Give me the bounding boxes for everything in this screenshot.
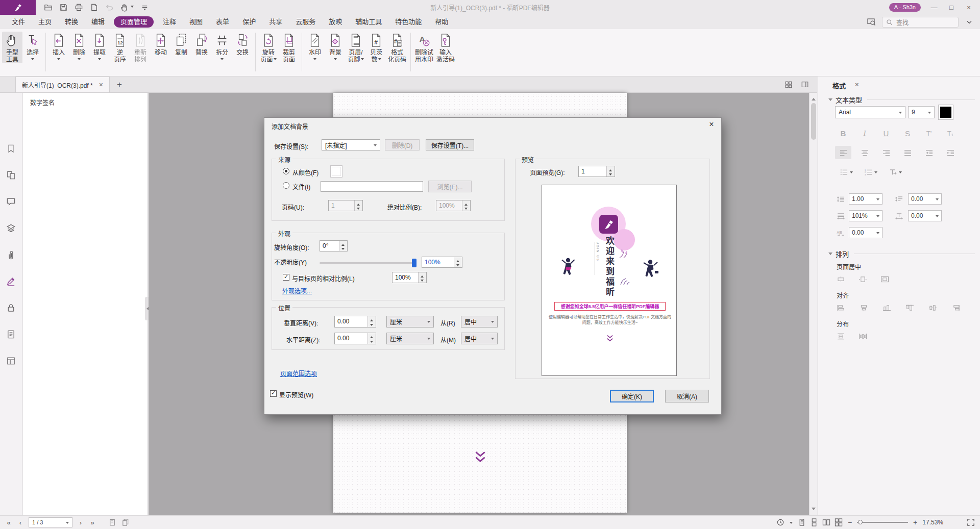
menu-tab[interactable]: 放映 <box>322 15 349 29</box>
menu-tab[interactable]: 文件 <box>5 15 32 29</box>
font-family-select[interactable]: Arial <box>835 106 905 118</box>
distribute-button[interactable] <box>854 330 871 343</box>
ribbon-tool[interactable]: 移动 <box>151 32 171 56</box>
last-page-button[interactable]: » <box>89 519 96 526</box>
paragraph-align-button[interactable] <box>942 146 959 159</box>
ribbon-tool[interactable]: 删除 <box>69 32 89 63</box>
save-settings-button[interactable]: 保存设置(T)... <box>426 139 474 150</box>
object-align-button[interactable] <box>924 301 941 314</box>
scroll-up-icon[interactable] <box>812 96 816 100</box>
zoom-level[interactable]: 17.53% <box>922 519 943 526</box>
close-button[interactable]: × <box>965 0 973 15</box>
fit-screen-icon[interactable] <box>967 518 975 526</box>
foxit-logo[interactable] <box>0 0 36 15</box>
sidebar-item[interactable] <box>6 250 16 260</box>
object-align-button[interactable] <box>855 301 872 314</box>
menu-tab[interactable]: 主页 <box>32 15 58 29</box>
format-panel-tab[interactable]: 格式 <box>832 81 846 90</box>
ribbon-tool[interactable]: 复制 <box>171 32 191 56</box>
ribbon-tool[interactable]: 重新排列 <box>130 32 151 63</box>
opacity-spinner[interactable]: 100% <box>422 257 462 268</box>
quick-access-button[interactable] <box>90 3 99 12</box>
sidebar-item[interactable] <box>6 223 16 233</box>
background-color-well[interactable] <box>330 165 342 178</box>
quick-access-button[interactable] <box>105 3 114 12</box>
ribbon-tool[interactable]: 拆分 <box>212 32 232 63</box>
ribbon-tool[interactable]: 裁剪页面 <box>279 32 299 63</box>
menu-tab[interactable]: 注释 <box>156 15 183 29</box>
line-spacing-field[interactable]: 1.00 <box>849 193 883 205</box>
sidebar-item[interactable] <box>6 197 16 207</box>
panel-close-icon[interactable]: × <box>855 81 859 88</box>
paragraph-align-button[interactable] <box>899 146 916 159</box>
sidebar-item[interactable] <box>6 356 16 366</box>
first-page-button[interactable]: « <box>5 519 12 526</box>
single-page-icon[interactable] <box>798 518 806 526</box>
page-range-options-link[interactable]: 页面范围选项 <box>280 369 317 377</box>
clock-icon[interactable] <box>776 518 785 526</box>
absolute-scale-spinner[interactable]: 100% <box>436 200 471 211</box>
show-preview-checkbox[interactable] <box>270 390 277 397</box>
tab-close-icon[interactable]: × <box>99 81 103 89</box>
continuous-facing-icon[interactable] <box>835 518 843 526</box>
zoom-slider[interactable] <box>857 522 908 523</box>
relative-scale-spinner[interactable]: 100% <box>392 272 427 283</box>
char-space-field[interactable]: 0.00 <box>908 210 942 221</box>
ribbon-tool[interactable]: 页眉/页脚 <box>346 32 366 63</box>
from-color-radio[interactable] <box>283 168 289 174</box>
quick-access-button[interactable] <box>120 3 134 12</box>
font-size-select[interactable]: 9 <box>908 106 935 118</box>
opacity-slider-handle[interactable] <box>412 259 416 267</box>
sidebar-item[interactable] <box>6 170 16 180</box>
menu-tab[interactable]: 转换 <box>58 15 85 29</box>
h-scale-field[interactable]: 101% <box>849 210 883 221</box>
ribbon-tool[interactable]: 旋转页面 <box>258 32 279 63</box>
minimize-button[interactable]: — <box>930 0 938 15</box>
ribbon-tool[interactable]: 交换 <box>232 32 253 56</box>
panel-toggle-icon[interactable] <box>801 81 809 89</box>
page-number-input[interactable]: 1 / 3 <box>29 517 72 527</box>
vertical-distance-spinner[interactable]: 0.00 <box>334 316 376 328</box>
new-tab-button[interactable]: + <box>110 80 129 90</box>
sidebar-item[interactable] <box>6 303 16 313</box>
text-type-section-header[interactable]: 文本类型 <box>828 95 975 105</box>
paragraph-align-button[interactable] <box>921 146 937 159</box>
relative-scale-checkbox[interactable] <box>283 274 289 281</box>
list-button[interactable] <box>835 165 857 179</box>
menu-tab[interactable]: 共享 <box>262 15 289 29</box>
paragraph-align-button[interactable] <box>856 146 873 159</box>
paragraph-align-button[interactable] <box>835 146 851 159</box>
zoom-slider-handle[interactable] <box>858 520 863 524</box>
search-input[interactable]: 查找 <box>882 17 959 28</box>
center-button[interactable] <box>832 272 849 286</box>
previous-page-button[interactable]: ‹ <box>17 519 24 526</box>
vertical-unit-select[interactable]: 厘米 <box>386 316 434 328</box>
vertical-anchor-select[interactable]: 居中 <box>461 316 498 328</box>
ribbon-tool[interactable]: #格式化页码 <box>386 32 408 63</box>
ribbon-tool[interactable]: 输入激活码 <box>435 32 456 63</box>
continuous-page-icon[interactable] <box>810 518 818 526</box>
sidebar-item[interactable] <box>6 276 16 286</box>
center-button[interactable] <box>854 272 871 286</box>
font-color-swatch[interactable] <box>938 105 953 120</box>
ribbon-tool[interactable]: 插入 <box>48 32 69 63</box>
object-align-button[interactable] <box>832 301 849 314</box>
multi-tab-icon[interactable] <box>785 81 793 89</box>
user-account-badge[interactable]: A - Sh3n <box>889 3 921 12</box>
quick-access-button[interactable] <box>44 3 53 12</box>
facing-page-icon[interactable] <box>822 518 830 526</box>
horizontal-unit-select[interactable]: 厘米 <box>386 333 434 344</box>
menu-tab[interactable]: 页面管理 <box>114 16 154 28</box>
ribbon-tool[interactable]: 水印 <box>305 32 325 63</box>
vertical-scrollbar[interactable] <box>809 93 817 515</box>
sidebar-item[interactable] <box>6 330 16 339</box>
kerning-field[interactable]: 0.00 <box>849 227 883 238</box>
paragraph-align-button[interactable] <box>878 146 894 159</box>
ribbon-tool[interactable]: #贝茨数 <box>366 32 386 63</box>
object-align-button[interactable] <box>901 301 918 314</box>
menu-tab[interactable]: 编辑 <box>85 15 111 29</box>
center-button[interactable] <box>876 272 893 286</box>
text-style-button[interactable]: U <box>878 127 894 140</box>
menu-tab[interactable]: 视图 <box>183 15 209 29</box>
menu-tab[interactable]: 辅助工具 <box>349 15 388 29</box>
